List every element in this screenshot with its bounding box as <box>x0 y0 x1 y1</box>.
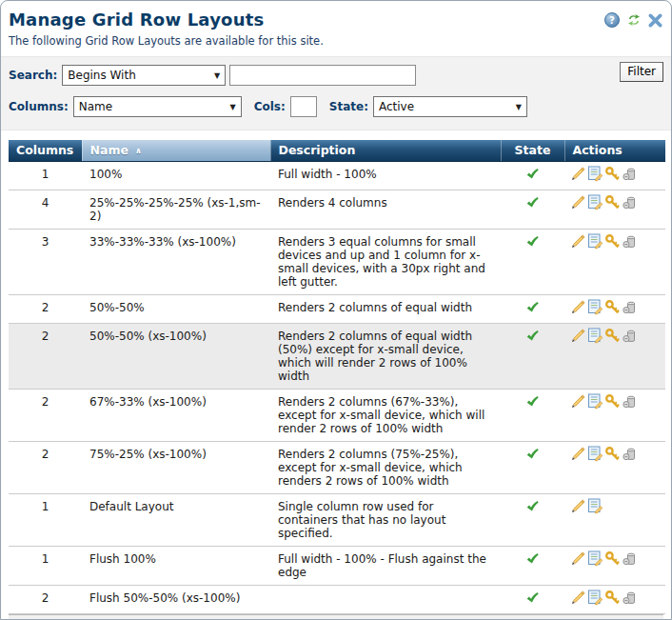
delete-icon[interactable] <box>622 393 638 412</box>
row-columns-count: 2 <box>9 294 82 323</box>
delete-icon[interactable] <box>622 299 638 318</box>
delete-icon[interactable] <box>622 446 638 465</box>
table-row: 250%-50%Renders 2 columns of equal width <box>9 294 665 323</box>
key-icon[interactable] <box>604 590 621 609</box>
state-active-check-icon <box>525 394 540 411</box>
key-icon[interactable] <box>604 393 621 412</box>
details-icon[interactable] <box>587 233 603 252</box>
state-active-check-icon <box>525 499 540 516</box>
key-icon[interactable] <box>604 233 621 252</box>
column-header-state[interactable]: State <box>501 140 564 161</box>
delete-icon[interactable] <box>622 550 638 570</box>
row-name: 75%-25% (xs-100%) <box>82 441 270 493</box>
row-description: Renders 2 columns of equal width <box>270 294 501 323</box>
row-state <box>501 190 564 229</box>
edit-icon[interactable] <box>570 194 586 213</box>
delete-icon[interactable] <box>622 328 638 347</box>
edit-icon[interactable] <box>570 233 586 252</box>
details-icon[interactable] <box>587 550 603 570</box>
search-row: Search: Begins With ▼ Filter <box>9 65 663 86</box>
table-row: 267%-33% (xs-100%)Renders 2 columns (67%… <box>9 389 665 441</box>
cols-label: Cols: <box>254 100 286 113</box>
details-icon[interactable] <box>587 166 603 185</box>
search-operator-select[interactable]: Begins With ▼ <box>62 65 226 86</box>
row-actions <box>564 323 665 389</box>
row-columns-count: 2 <box>9 441 82 493</box>
edit-icon[interactable] <box>570 166 586 185</box>
edit-icon[interactable] <box>570 328 586 347</box>
edit-icon[interactable] <box>570 446 586 465</box>
table-row: 275%-25% (xs-100%)Renders 2 columns (75%… <box>9 441 665 493</box>
row-actions <box>564 229 665 294</box>
row-actions <box>564 294 665 323</box>
state-active-check-icon <box>525 590 540 608</box>
row-description: Renders 2 columns of equal width (50%) e… <box>270 323 501 389</box>
row-name: Flush 100% <box>82 546 270 585</box>
details-icon[interactable] <box>587 194 603 213</box>
row-columns-count: 3 <box>9 229 82 294</box>
filter-panel: Search: Begins With ▼ Filter Columns: Na… <box>1 56 671 130</box>
columns-state-row: Columns: Name ▼ Cols: State: Active ▼ <box>9 96 663 117</box>
row-actions <box>564 190 665 229</box>
details-icon[interactable] <box>587 328 603 347</box>
row-actions <box>564 389 665 441</box>
table-row: 1100%Full width - 100% <box>9 161 665 190</box>
key-icon[interactable] <box>604 550 621 570</box>
details-icon[interactable] <box>587 446 603 465</box>
columns-select[interactable]: Name ▼ <box>73 96 242 117</box>
key-icon[interactable] <box>604 446 621 465</box>
filter-button[interactable]: Filter <box>620 62 663 82</box>
key-icon[interactable] <box>604 194 621 213</box>
delete-icon[interactable] <box>622 233 638 252</box>
cols-input[interactable] <box>290 96 317 117</box>
table-row: 250%-50% (xs-100%)Renders 2 columns of e… <box>9 323 665 389</box>
column-header-actions[interactable]: Actions <box>564 140 665 161</box>
row-columns-count: 1 <box>9 493 82 546</box>
table-header-row: Columns Name∧ Description State Actions <box>9 140 665 161</box>
sort-asc-icon: ∧ <box>135 146 142 155</box>
chevron-down-icon: ▼ <box>516 103 522 111</box>
delete-icon[interactable] <box>622 194 638 213</box>
row-columns-count: 1 <box>9 546 82 585</box>
search-label: Search: <box>9 69 57 82</box>
state-active-check-icon <box>525 167 540 184</box>
row-name: 67%-33% (xs-100%) <box>82 389 270 441</box>
row-columns-count: 4 <box>9 190 82 229</box>
row-actions <box>564 546 665 585</box>
table-row: 1Default LayoutSingle column row used fo… <box>9 493 665 546</box>
state-active-check-icon <box>525 447 540 464</box>
row-actions <box>564 441 665 493</box>
key-icon[interactable] <box>604 328 621 347</box>
state-select[interactable]: Active ▼ <box>373 96 527 117</box>
details-icon[interactable] <box>587 498 603 517</box>
edit-icon[interactable] <box>570 393 586 412</box>
row-name: 100% <box>82 161 270 190</box>
delete-icon[interactable] <box>622 166 638 185</box>
column-header-name[interactable]: Name∧ <box>82 140 270 161</box>
state-label: State: <box>329 100 368 113</box>
state-select-value: Active <box>379 100 414 113</box>
help-icon[interactable]: ? <box>604 12 620 28</box>
row-columns-count: 2 <box>9 389 82 441</box>
key-icon[interactable] <box>604 166 621 185</box>
key-icon[interactable] <box>604 299 621 318</box>
details-icon[interactable] <box>587 393 603 412</box>
row-description: Full width - 100% <box>270 161 501 190</box>
edit-icon[interactable] <box>570 590 586 609</box>
details-icon[interactable] <box>587 590 603 609</box>
row-description: Renders 3 equal columns for small device… <box>270 229 501 294</box>
delete-icon[interactable] <box>622 590 638 609</box>
table-row: 333%-33%-33% (xs-100%)Renders 3 equal co… <box>9 229 665 294</box>
edit-icon[interactable] <box>570 299 586 318</box>
edit-icon[interactable] <box>570 498 586 517</box>
column-header-columns[interactable]: Columns <box>9 140 82 161</box>
dialog-header: Manage Grid Row Layouts The following Gr… <box>1 1 671 48</box>
close-icon[interactable] <box>648 13 662 28</box>
details-icon[interactable] <box>587 299 603 318</box>
search-input[interactable] <box>229 65 416 86</box>
row-actions <box>564 493 665 546</box>
column-header-description[interactable]: Description <box>270 140 501 161</box>
row-name: 33%-33%-33% (xs-100%) <box>82 229 270 294</box>
refresh-icon[interactable] <box>626 12 642 28</box>
edit-icon[interactable] <box>570 550 586 570</box>
